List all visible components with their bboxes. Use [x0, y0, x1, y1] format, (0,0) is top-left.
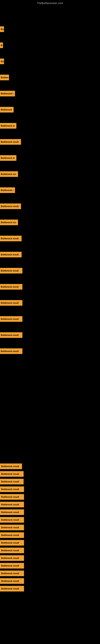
list-item: Bottleneck result	[0, 540, 100, 546]
list-item: Bottleneck result	[0, 586, 100, 592]
result-label: Bottleneck result	[1, 572, 19, 574]
bar-16: Bottleneck result	[0, 268, 22, 274]
bar-8: Bottleneck result	[0, 139, 21, 145]
result-label: Bottleneck result	[1, 564, 19, 567]
bar-7: Bottleneck re	[0, 123, 16, 128]
result-label: Bottleneck result	[1, 496, 19, 498]
list-item: Bottleneck result	[0, 516, 100, 523]
bar-21: Bottleneck result	[0, 348, 22, 354]
list-item: Bottleneck result	[0, 532, 100, 538]
list-item: Bottleneck result	[0, 494, 100, 500]
list-item: Bottleneck result	[0, 509, 100, 516]
result-label: Bottleneck result	[1, 473, 19, 475]
bar-19: Bottleneck result	[0, 316, 22, 322]
bar-1: Bo	[0, 26, 4, 32]
list-item: Bottleneck result	[0, 555, 100, 561]
bar-20: Bottleneck result	[0, 332, 22, 338]
list-item: Bottleneck result	[0, 478, 100, 485]
bar-3: Bo	[0, 58, 4, 64]
list-item: Bottleneck result	[0, 486, 100, 492]
result-label: Bottleneck result	[1, 542, 19, 544]
result-label: Bottleneck result	[1, 526, 19, 529]
result-label: Bottleneck result	[1, 549, 19, 552]
results-section: Bottleneck result Bottleneck result Bott…	[0, 461, 100, 592]
bar-12: Bottleneck result	[0, 204, 21, 209]
result-label: Bottleneck result	[1, 580, 19, 582]
bar-6: Bottleneck	[0, 107, 14, 112]
result-label: Bottleneck result	[1, 465, 19, 468]
bar-11: Bottleneck r	[0, 187, 15, 193]
bar-2: B	[0, 42, 3, 48]
list-item: Bottleneck result	[0, 570, 100, 576]
list-item: Bottleneck result	[0, 578, 100, 584]
result-label: Bottleneck result	[1, 534, 19, 536]
chart-area: Bo B Bo Bottlen Bottleneck r Bottleneck …	[0, 6, 100, 348]
bar-14: Bottleneck result	[0, 236, 22, 241]
bar-9: Bottleneck re	[0, 155, 16, 161]
bar-5: Bottleneck r	[0, 91, 15, 96]
list-item: Bottleneck result	[0, 562, 100, 569]
list-item: Bottleneck result	[0, 547, 100, 554]
bar-15: Bottleneck result	[0, 252, 22, 258]
bar-18: Bottleneck result	[0, 300, 22, 306]
result-label: Bottleneck result	[1, 503, 19, 506]
bar-4: Bottlen	[0, 75, 9, 80]
bar-13: Bottleneck res	[0, 220, 18, 225]
site-title: TheBottlenecker.com	[0, 0, 100, 6]
result-label: Bottleneck result	[1, 511, 19, 514]
bar-17: Bottleneck result	[0, 284, 22, 290]
result-label: Bottleneck result	[1, 588, 19, 590]
result-label: Bottleneck result	[1, 488, 19, 490]
list-item: Bottleneck result	[0, 471, 100, 477]
list-item: Bottleneck result	[0, 524, 100, 531]
list-item: Bottleneck result	[0, 501, 100, 508]
result-label: Bottleneck result	[1, 557, 19, 559]
list-item: Bottleneck result	[0, 463, 100, 470]
result-label: Bottleneck result	[1, 518, 19, 521]
result-label: Bottleneck result	[1, 480, 19, 483]
bar-10: Bottleneck res	[0, 171, 18, 177]
